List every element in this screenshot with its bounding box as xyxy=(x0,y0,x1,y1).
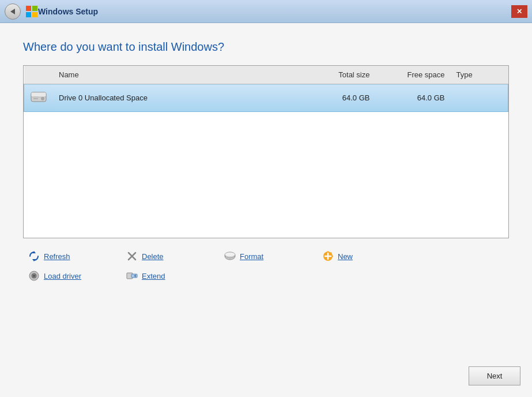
toolbar: Refresh Delete xyxy=(23,248,509,284)
refresh-button[interactable]: Refresh xyxy=(23,248,121,265)
disk-icon-cell xyxy=(24,84,54,112)
disk-table-container: Name Total size Free space Type xyxy=(23,65,509,238)
toolbar-row-1: Refresh Delete xyxy=(23,248,509,265)
svg-rect-3 xyxy=(26,12,31,17)
new-label: New xyxy=(338,252,353,261)
extend-label: Extend xyxy=(142,272,165,280)
svg-rect-2 xyxy=(32,6,37,11)
svg-rect-1 xyxy=(26,6,31,11)
drive-name: Drive 0 Unallocated Space xyxy=(53,84,301,112)
delete-label: Delete xyxy=(142,252,164,261)
close-button[interactable]: ✕ xyxy=(511,5,527,18)
new-button[interactable]: New xyxy=(317,248,415,265)
new-icon xyxy=(322,250,334,263)
drive-icon xyxy=(30,90,47,104)
drive-free-space: 64.0 GB xyxy=(376,84,451,112)
disk-table: Name Total size Free space Type xyxy=(24,66,508,112)
format-label: Format xyxy=(240,252,263,261)
table-header-row: Name Total size Free space Type xyxy=(24,66,508,84)
format-icon xyxy=(224,250,236,263)
extend-icon xyxy=(126,269,138,282)
extend-button[interactable]: Extend xyxy=(121,267,219,284)
delete-icon xyxy=(126,250,138,263)
format-button[interactable]: Format xyxy=(219,248,317,265)
table-row[interactable]: Drive 0 Unallocated Space 64.0 GB 64.0 G… xyxy=(24,84,508,112)
col-header-name: Name xyxy=(53,66,301,84)
svg-point-16 xyxy=(225,252,235,257)
col-header-type: Type xyxy=(451,66,508,84)
load-driver-button[interactable]: Load driver xyxy=(23,267,121,284)
svg-rect-4 xyxy=(32,12,37,17)
next-button[interactable]: Next xyxy=(469,366,520,385)
svg-marker-0 xyxy=(10,9,15,14)
refresh-icon xyxy=(28,250,40,263)
col-header-icon xyxy=(24,66,54,84)
drive-total-size: 64.0 GB xyxy=(301,84,376,112)
toolbar-row-2: Load driver Extend xyxy=(23,267,509,284)
load-driver-label: Load driver xyxy=(44,272,81,280)
page-title: Where do you want to install Windows? xyxy=(23,40,509,54)
windows-logo-icon xyxy=(25,5,38,18)
footer: Next xyxy=(0,361,532,397)
window-title: Windows Setup xyxy=(38,7,511,16)
svg-point-25 xyxy=(33,275,35,277)
svg-rect-6 xyxy=(31,92,46,97)
col-header-size: Total size xyxy=(301,66,376,84)
loaddriver-icon xyxy=(28,269,40,282)
svg-point-7 xyxy=(41,98,44,100)
svg-line-21 xyxy=(331,253,332,254)
windows-setup-window: Windows Setup ✕ Where do you want to ins… xyxy=(0,0,532,397)
titlebar: Windows Setup ✕ xyxy=(0,0,532,23)
col-header-space: Free space xyxy=(376,66,451,84)
main-content: Where do you want to install Windows? Na… xyxy=(0,23,532,361)
refresh-label: Refresh xyxy=(44,252,70,261)
back-button[interactable] xyxy=(5,3,21,20)
delete-button[interactable]: Delete xyxy=(121,248,219,265)
drive-type xyxy=(451,84,508,112)
